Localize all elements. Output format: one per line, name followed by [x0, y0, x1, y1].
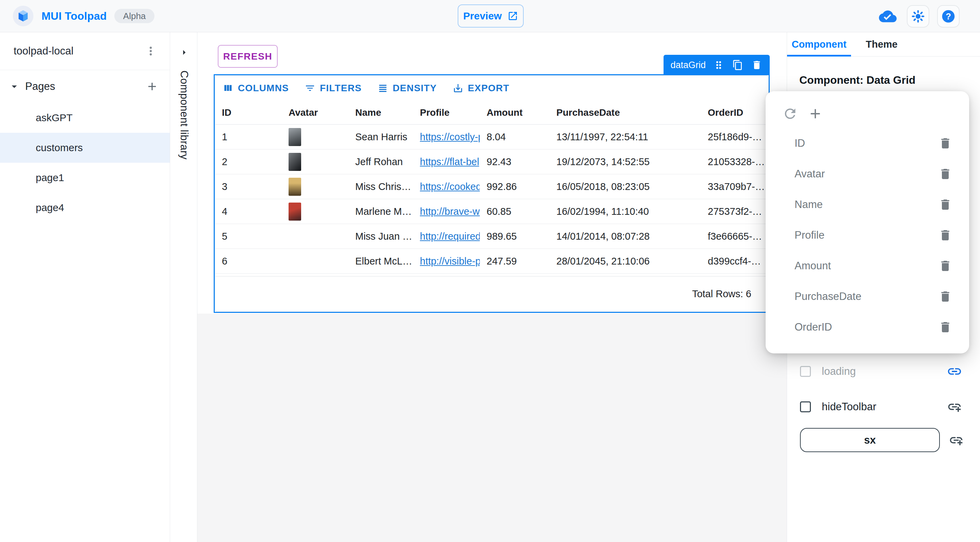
sidebar-item-page1[interactable]: page1: [0, 163, 170, 193]
list-item-column-purchasedate[interactable]: PurchaseDate: [765, 281, 969, 312]
help-button[interactable]: ?: [937, 5, 959, 27]
project-menu-button[interactable]: [143, 43, 158, 59]
loading-checkbox[interactable]: [800, 366, 811, 377]
delete-column-button[interactable]: [938, 320, 953, 335]
grid-columns-button[interactable]: COLUMNS: [223, 83, 289, 94]
column-header-id[interactable]: ID: [215, 107, 282, 118]
duplicate-component-button[interactable]: [732, 59, 744, 71]
delete-column-button[interactable]: [938, 197, 953, 212]
profile-link[interactable]: https://flat-bel: [420, 156, 479, 167]
profile-link[interactable]: https://cooked-: [420, 181, 480, 192]
delete-column-button[interactable]: [938, 289, 953, 304]
tab-component[interactable]: Component: [787, 32, 851, 56]
help-icon: ?: [941, 9, 956, 24]
loading-label: loading: [822, 365, 946, 378]
hidetoolbar-binding-button[interactable]: [946, 399, 963, 415]
column-header-amount[interactable]: Amount: [480, 107, 550, 118]
caret-down-icon: [8, 80, 21, 92]
grid-export-button[interactable]: EXPORT: [453, 83, 509, 94]
app-bar: MUI Toolpad Alpha Preview: [0, 0, 980, 32]
pages-list: askGPT customers page1 page4: [0, 103, 170, 223]
cell-id: 6: [215, 256, 282, 267]
column-header-profile[interactable]: Profile: [413, 107, 480, 118]
refresh-button[interactable]: REFRESH: [218, 45, 278, 68]
delete-column-button[interactable]: [938, 166, 953, 182]
list-item-column-orderid[interactable]: OrderID: [765, 312, 969, 343]
table-row[interactable]: 1 Sean Harris https://costly-p 8.04 13/1…: [215, 124, 768, 150]
project-name: toolpad-local: [14, 45, 73, 57]
cell-name: Jeff Rohan: [348, 156, 413, 167]
theme-toggle-button[interactable]: [907, 5, 929, 27]
table-row[interactable]: 5 Miss Juan … http://required- 989.65 14…: [215, 224, 768, 249]
tab-theme[interactable]: Theme: [851, 32, 912, 56]
kebab-menu-icon: [145, 45, 157, 57]
sidebar-item-page4[interactable]: page4: [0, 193, 170, 223]
drag-handle-icon[interactable]: [713, 59, 725, 71]
list-item-column-profile[interactable]: Profile: [765, 220, 969, 250]
table-row[interactable]: 2 Jeff Rohan https://flat-bel 92.43 19/1…: [215, 150, 768, 174]
canvas-empty-area: [197, 314, 787, 542]
pages-collapse-toggle[interactable]: [8, 80, 21, 93]
preview-button[interactable]: Preview: [458, 5, 524, 27]
delete-column-button[interactable]: [938, 136, 953, 151]
add-page-button[interactable]: [145, 79, 159, 94]
cell-avatar: [282, 128, 348, 146]
view-columns-icon: [223, 83, 234, 94]
column-header-name[interactable]: Name: [348, 107, 413, 118]
trash-icon: [939, 228, 952, 242]
profile-link[interactable]: http://brave-wo: [420, 206, 480, 217]
selected-component-badge: dataGrid: [663, 55, 770, 75]
data-grid: COLUMNS FILTERS: [215, 75, 769, 312]
selected-component-outline[interactable]: dataGrid: [214, 74, 770, 313]
profile-link[interactable]: https://costly-p: [420, 131, 480, 142]
open-in-new-icon: [508, 11, 518, 21]
chevron-right-icon[interactable]: [178, 47, 190, 58]
column-header-orderid[interactable]: OrderID: [701, 107, 768, 118]
list-item-column-name[interactable]: Name: [765, 189, 969, 220]
add-column-button[interactable]: [807, 105, 824, 122]
delete-column-button[interactable]: [938, 228, 953, 243]
hidetoolbar-checkbox[interactable]: [800, 402, 811, 412]
profile-link[interactable]: http://required-: [420, 231, 480, 242]
delete-column-button[interactable]: [938, 258, 953, 273]
sx-binding-button[interactable]: [948, 432, 964, 448]
prop-row-sx: sx: [787, 427, 980, 453]
app-bar-brand: MUI Toolpad Alpha: [0, 5, 154, 27]
cell-id: 1: [215, 131, 282, 143]
cell-orderid: 275373f2-…: [701, 206, 768, 217]
cell-amount: 247.59: [480, 256, 550, 267]
component-library-panel[interactable]: Component library: [170, 32, 197, 542]
component-library-label: Component library: [178, 70, 190, 160]
trash-icon: [939, 198, 952, 211]
prop-row-loading: loading: [787, 362, 980, 381]
inspector-tabs: Component Theme: [787, 32, 980, 56]
sx-button[interactable]: sx: [800, 428, 940, 452]
cell-purchasedate: 19/12/2073, 14:52:55: [550, 156, 701, 167]
table-row[interactable]: 6 Elbert McL… http://visible-p 247.59 28…: [215, 249, 768, 274]
list-item-column-amount[interactable]: Amount: [765, 250, 969, 281]
profile-link[interactable]: http://visible-p: [420, 256, 480, 266]
cell-amount: 60.85: [480, 206, 550, 217]
cell-amount: 92.43: [480, 156, 550, 167]
list-item-column-id[interactable]: ID: [765, 128, 969, 159]
list-item-column-avatar[interactable]: Avatar: [765, 159, 969, 189]
pages-tree-header: Pages: [0, 70, 170, 103]
grid-density-button[interactable]: DENSITY: [377, 83, 437, 94]
refresh-columns-button[interactable]: [782, 105, 798, 122]
cell-orderid: 21053328-…: [701, 156, 768, 167]
column-header-purchasedate[interactable]: PurchaseDate: [550, 107, 701, 118]
data-grid-header-row: ID Avatar Name Profile Amount PurchaseDa…: [215, 101, 768, 124]
sidebar-item-customers[interactable]: customers: [0, 133, 170, 163]
column-header-avatar[interactable]: Avatar: [282, 107, 348, 118]
selected-component-name: dataGrid: [670, 60, 706, 70]
grid-filters-button[interactable]: FILTERS: [305, 83, 362, 94]
table-row[interactable]: 4 Marlene M… http://brave-wo 60.85 16/02…: [215, 199, 768, 224]
sidebar-item-askgpt[interactable]: askGPT: [0, 103, 170, 133]
cell-profile: https://cooked-: [413, 181, 480, 192]
loading-binding-button[interactable]: [946, 363, 963, 379]
trash-icon: [751, 60, 762, 70]
grid-empty-space: [215, 274, 768, 276]
table-row[interactable]: 3 Miss Chris… https://cooked- 992.86 16/…: [215, 174, 768, 199]
explorer-sidebar: toolpad-local Pages askGPT customers pag…: [0, 32, 170, 542]
delete-component-button[interactable]: [751, 59, 763, 71]
